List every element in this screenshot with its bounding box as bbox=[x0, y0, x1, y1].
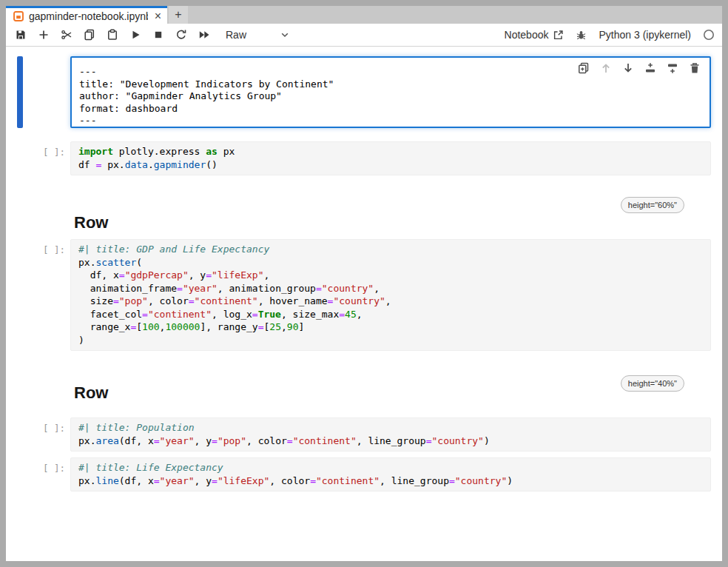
run-icon bbox=[129, 29, 141, 41]
height-attribute-badge: height="40%" bbox=[621, 375, 684, 392]
move-up-icon bbox=[600, 62, 612, 74]
code-line: px.line(df, x="year", y="lifeExp", color… bbox=[78, 474, 710, 488]
external-link-icon bbox=[553, 30, 564, 41]
interrupt-kernel-button[interactable] bbox=[148, 26, 169, 44]
insert-cell-button[interactable] bbox=[33, 26, 54, 44]
chevron-down-icon bbox=[279, 29, 291, 41]
plus-icon bbox=[38, 29, 50, 41]
cell-prompt: [ ]: bbox=[6, 239, 70, 351]
notebook-button-label: Notebook bbox=[505, 29, 549, 41]
code-line: import plotly.express as px bbox=[78, 145, 710, 158]
markdown-heading-row-1[interactable]: Row bbox=[74, 212, 108, 233]
code-cell-line-editor[interactable]: #| title: Life Expectancypx.line(df, x="… bbox=[70, 457, 711, 491]
code-line: #| title: GDP and Life Expectancy bbox=[78, 243, 710, 256]
code-line: ) bbox=[78, 334, 710, 347]
code-line: size="pop", color="continent", hover_nam… bbox=[78, 295, 710, 308]
kernel-name: Python 3 (ipykernel) bbox=[599, 29, 691, 41]
code-cell-imports-editor[interactable]: import plotly.express as pxdf = px.data.… bbox=[70, 141, 711, 175]
code-line: df = px.data.gapminder() bbox=[78, 158, 710, 172]
restart-icon bbox=[175, 29, 187, 41]
code-line: author: "Gapminder Analytics Group" bbox=[79, 90, 710, 103]
save-icon bbox=[15, 29, 27, 41]
paste-cell-button[interactable] bbox=[102, 26, 123, 44]
scissors-icon bbox=[61, 29, 73, 41]
tab-title: gapminder-notebook.ipynb bbox=[29, 10, 148, 22]
code-line: #| title: Life Expectancy bbox=[78, 461, 710, 474]
delete-cell-icon[interactable] bbox=[689, 62, 701, 74]
cell-type-value: Raw bbox=[226, 29, 246, 41]
new-tab-button[interactable]: + bbox=[169, 6, 188, 24]
save-button[interactable] bbox=[10, 26, 31, 44]
code-cell-scatter-editor[interactable]: #| title: GDP and Life Expectancypx.scat… bbox=[70, 239, 711, 351]
notebook-file-icon bbox=[13, 11, 24, 21]
close-tab-icon[interactable]: × bbox=[155, 10, 161, 22]
kernel-status-icon bbox=[703, 29, 715, 41]
stop-icon bbox=[152, 29, 164, 41]
bug-icon bbox=[576, 30, 587, 41]
cut-cell-button[interactable] bbox=[56, 26, 77, 44]
fast-forward-icon bbox=[198, 29, 210, 41]
open-in-notebook-button[interactable]: Notebook bbox=[505, 29, 564, 41]
cell-prompt: [ ]: bbox=[6, 417, 70, 452]
code-cell-area-editor[interactable]: #| title: Populationpx.area(df, x="year"… bbox=[70, 417, 711, 452]
cell-toolbar bbox=[576, 61, 702, 75]
code-line: range_x=[100,100000], range_y=[25,90] bbox=[78, 321, 710, 334]
tab-gapminder-notebook[interactable]: gapminder-notebook.ipynb × bbox=[6, 6, 167, 24]
code-line: px.area(df, x="year", y="pop", color="co… bbox=[78, 435, 710, 448]
tab-bar: gapminder-notebook.ipynb × + bbox=[6, 6, 722, 24]
code-line: facet_col="continent", log_x=True, size_… bbox=[78, 308, 710, 321]
cell-prompt: [ ]: bbox=[6, 141, 70, 175]
kernel-selector[interactable]: Python 3 (ipykernel) bbox=[599, 29, 691, 41]
code-line: df, x="gdpPercap", y="lifeExp", bbox=[78, 269, 710, 282]
code-line: px.scatter( bbox=[78, 256, 710, 269]
code-line: format: dashboard bbox=[79, 103, 710, 115]
code-line: #| title: Population bbox=[78, 421, 710, 435]
debugger-button[interactable] bbox=[576, 30, 587, 41]
code-cell-scatter: [ ]: #| title: GDP and Life Expectancypx… bbox=[6, 239, 711, 351]
insert-cell-above-icon[interactable] bbox=[644, 62, 656, 74]
run-cell-button[interactable] bbox=[125, 26, 146, 44]
notebook-panel: ---title: "Development Indicators by Con… bbox=[6, 47, 722, 561]
toolbar-right-group: Notebook Python 3 (ipykernel) bbox=[505, 29, 715, 41]
restart-run-all-button[interactable] bbox=[194, 26, 215, 44]
raw-yaml-cell-editor[interactable]: ---title: "Development Indicators by Con… bbox=[70, 56, 711, 128]
code-cell-imports: [ ]: import plotly.express as pxdf = px.… bbox=[6, 141, 711, 175]
cell-type-dropdown[interactable]: Raw bbox=[223, 27, 294, 43]
duplicate-cell-icon[interactable] bbox=[578, 62, 590, 74]
active-cell-collapser[interactable] bbox=[17, 56, 23, 128]
insert-cell-below-icon[interactable] bbox=[667, 62, 678, 74]
code-line: title: "Development Indicators by Contin… bbox=[79, 78, 710, 91]
markdown-heading-row-2[interactable]: Row bbox=[74, 383, 108, 403]
code-line: animation_frame="year", animation_group=… bbox=[78, 282, 710, 295]
code-cell-area: [ ]: #| title: Populationpx.area(df, x="… bbox=[6, 417, 711, 452]
restart-kernel-button[interactable] bbox=[171, 26, 192, 44]
code-line: --- bbox=[79, 115, 710, 127]
copy-cell-button[interactable] bbox=[79, 26, 100, 44]
copy-icon bbox=[84, 29, 95, 41]
height-attribute-badge: height="60%" bbox=[621, 197, 684, 213]
code-cell-line: [ ]: #| title: Life Expectancypx.line(df… bbox=[6, 457, 711, 491]
paste-icon bbox=[107, 29, 118, 41]
notebook-toolbar: Raw Notebook Python 3 (ipykernel) bbox=[6, 24, 722, 47]
cell-prompt: [ ]: bbox=[6, 457, 70, 491]
move-down-icon[interactable] bbox=[622, 62, 634, 74]
jupyter-window: gapminder-notebook.ipynb × + bbox=[6, 6, 722, 561]
